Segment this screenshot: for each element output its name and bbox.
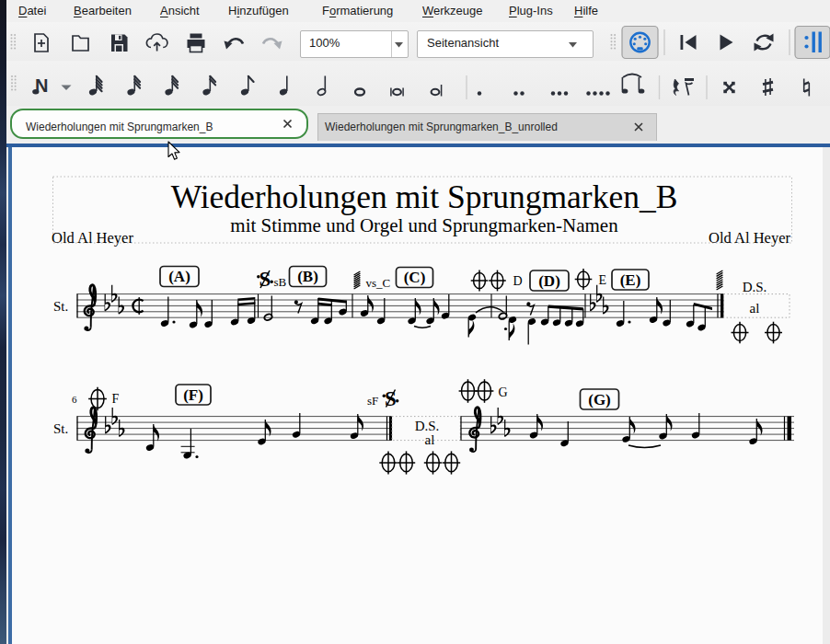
svg-text:St.: St. [53, 299, 68, 314]
svg-text:al: al [750, 301, 760, 316]
svg-text:sF: sF [367, 394, 378, 408]
svg-text:vs_C: vs_C [366, 276, 391, 290]
svg-text:Old Al Heyer: Old Al Heyer [52, 229, 133, 247]
svg-text:(A): (A) [168, 268, 190, 285]
svg-text:(G): (G) [588, 391, 611, 408]
svg-text:D: D [513, 274, 523, 288]
svg-text:Wiederholungen mit Sprungmarke: Wiederholungen mit Sprungmarken_B [171, 178, 678, 215]
svg-text:sB: sB [274, 275, 287, 289]
svg-text:mit Stimme und Orgel und Sprun: mit Stimme und Orgel und Sprungmarken-Na… [230, 214, 618, 236]
svg-text:(C): (C) [404, 269, 426, 286]
svg-text:al: al [425, 432, 435, 447]
svg-text:F: F [112, 392, 120, 406]
svg-text:St.: St. [53, 421, 68, 436]
svg-text:D.S.: D.S. [743, 280, 767, 294]
svg-text:(F): (F) [183, 386, 203, 404]
svg-text:(D): (D) [538, 272, 560, 290]
svg-text:E: E [599, 273, 607, 287]
svg-text:Old Al Heyer: Old Al Heyer [709, 229, 790, 247]
svg-text:G: G [499, 385, 508, 399]
svg-text:6: 6 [72, 394, 77, 405]
svg-text:(E): (E) [620, 271, 641, 289]
svg-text:D.S.: D.S. [415, 419, 440, 433]
svg-text:(B): (B) [297, 268, 318, 285]
